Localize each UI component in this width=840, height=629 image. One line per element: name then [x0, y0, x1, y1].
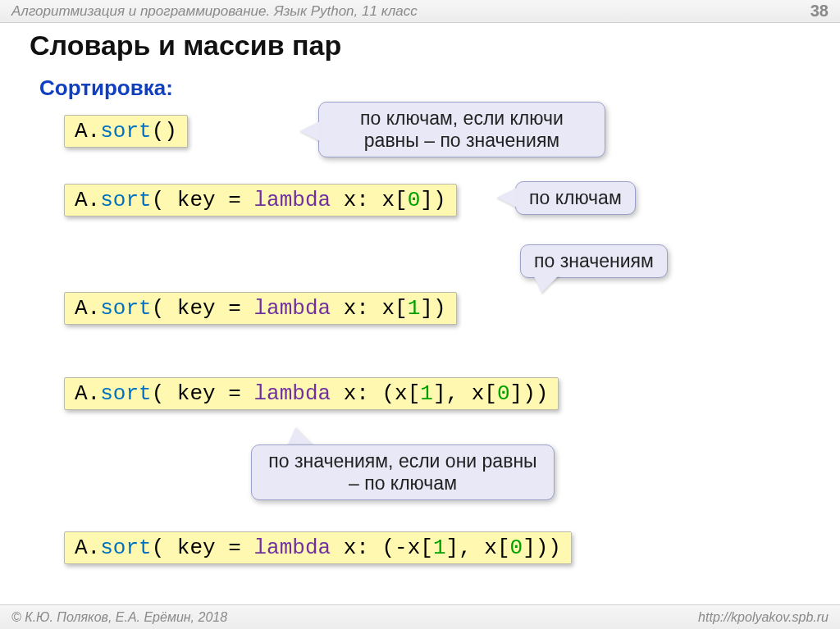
page-number: 38 — [810, 2, 829, 21]
code-method: sort — [100, 296, 151, 321]
callout-text: по значениям — [534, 250, 654, 271]
footer-bar: © К.Ю. Поляков, Е.А. Ерёмин, 2018 http:/… — [0, 604, 840, 629]
code-text: x: x[ — [331, 188, 408, 212]
code-number: 0 — [497, 381, 510, 406]
code-text: ])) — [523, 536, 561, 560]
code-method: sort — [100, 119, 151, 144]
code-text: ( key = — [152, 188, 254, 212]
code-method: sort — [100, 536, 151, 560]
code-number: 1 — [433, 536, 446, 560]
code-number: 0 — [510, 536, 523, 560]
code-text: x: (x[ — [331, 381, 420, 406]
code-text: A. — [75, 119, 100, 144]
code-sort-default: A.sort() — [64, 115, 188, 148]
callout-tail — [497, 188, 517, 207]
callout-text: по ключам — [529, 187, 622, 208]
callout-values-then-keys: по значениям, если они равны – по ключам — [251, 444, 555, 500]
callout-tail — [300, 121, 320, 141]
code-text: ( key = — [152, 536, 254, 560]
code-number: 1 — [420, 381, 433, 406]
code-text: A. — [75, 188, 100, 212]
code-text: x: (-x[ — [331, 536, 433, 560]
code-keyword-lambda: lambda — [253, 536, 331, 560]
code-text: A. — [75, 536, 100, 560]
slide: Алгоритмизация и программирование. Язык … — [0, 0, 840, 629]
footer-url: http://kpolyakov.spb.ru — [698, 610, 829, 625]
code-text: ]) — [420, 188, 445, 212]
code-text: ( key = — [152, 381, 254, 406]
callout-default: по ключам, если ключи равны – по значени… — [318, 102, 605, 157]
callout-text: по значениям, если они равны – по ключам — [268, 450, 536, 494]
code-sort-key0: A.sort( key = lambda x: x[0]) — [64, 184, 457, 217]
code-method: sort — [100, 188, 151, 212]
slide-title: Словарь и массив пар — [30, 30, 341, 62]
code-text: ], x[ — [446, 536, 510, 560]
callout-keys: по ключам — [515, 181, 636, 215]
code-keyword-lambda: lambda — [253, 296, 331, 321]
code-sort-key1: A.sort( key = lambda x: x[1]) — [64, 292, 457, 325]
callout-tail — [533, 275, 559, 293]
slide-subtitle: Сортировка: — [39, 75, 173, 101]
code-number: 0 — [408, 188, 421, 212]
code-text: A. — [75, 296, 100, 321]
code-text: ], x[ — [433, 381, 497, 406]
code-keyword-lambda: lambda — [253, 188, 331, 212]
callout-values: по значениям — [520, 244, 668, 278]
callout-text: по ключам, если ключи равны – по значени… — [360, 107, 564, 151]
code-text: () — [152, 119, 177, 144]
code-text: ( key = — [152, 296, 254, 321]
course-title: Алгоритмизация и программирование. Язык … — [11, 3, 418, 20]
header-bar: Алгоритмизация и программирование. Язык … — [0, 0, 840, 23]
code-sort-neg-tuple: A.sort( key = lambda x: (-x[1], x[0])) — [64, 531, 572, 564]
code-number: 1 — [408, 296, 421, 321]
code-text: ]) — [420, 296, 445, 321]
code-sort-tuple: A.sort( key = lambda x: (x[1], x[0])) — [64, 377, 559, 410]
code-method: sort — [100, 381, 151, 406]
code-text: A. — [75, 381, 100, 406]
code-keyword-lambda: lambda — [253, 381, 331, 406]
callout-tail — [287, 428, 313, 446]
footer-copyright: © К.Ю. Поляков, Е.А. Ерёмин, 2018 — [11, 610, 227, 625]
code-text: ])) — [510, 381, 549, 406]
code-text: x: x[ — [331, 296, 408, 321]
